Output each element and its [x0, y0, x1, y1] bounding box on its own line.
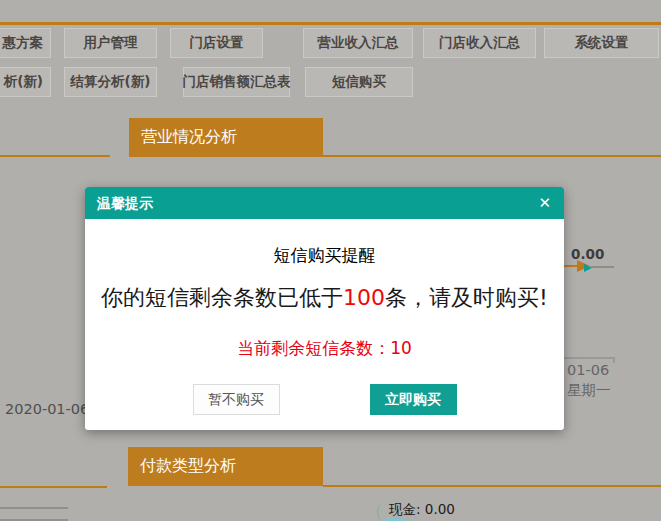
app-window: 惠方案 用户管理 门店设置 营业收入汇总 门店收入汇总 系统设置 析(新) 结算…: [0, 0, 661, 521]
top-divider: [0, 22, 661, 25]
nav-button-store-income-summary[interactable]: 门店收入汇总: [423, 28, 536, 58]
dialog-message: 你的短信剩余条数已低于100条，请及时购买!: [85, 283, 564, 313]
tab-payment-type-analysis[interactable]: 付款类型分析: [128, 447, 323, 486]
nav-button-store-sales-summary-table[interactable]: 门店销售额汇总表: [183, 67, 290, 97]
remaining-count-line: 当前剩余短信条数：10: [85, 337, 564, 360]
remaining-label: 当前剩余短信条数：: [237, 338, 390, 358]
payment-underline-left: [0, 486, 107, 489]
tab-underline-left: [0, 155, 110, 158]
axis-tick-right: [613, 357, 615, 363]
nav-button-revenue-summary[interactable]: 营业收入汇总: [303, 28, 413, 58]
dialog-button-row: 暂不购买 立即购买: [85, 384, 564, 415]
nav-button-store-settings[interactable]: 门店设置: [170, 28, 263, 58]
dialog-header: 温馨提示 ✕: [85, 187, 564, 219]
buy-now-button[interactable]: 立即购买: [370, 384, 457, 415]
axis-label-date: 01-06: [567, 362, 609, 378]
axis-label-weekday: 星期一: [567, 381, 611, 400]
dialog-title: 温馨提示: [97, 187, 153, 219]
legend-line-1: [0, 507, 68, 509]
nav-button-hui-fangan[interactable]: 惠方案: [0, 28, 51, 58]
not-now-button[interactable]: 暂不购买: [193, 384, 280, 415]
nav-button-user-management[interactable]: 用户管理: [64, 28, 157, 58]
message-threshold: 100: [343, 285, 385, 310]
dialog-heading: 短信购买提醒: [85, 244, 564, 267]
nav-button-analysis-new-cut[interactable]: 析(新): [0, 67, 51, 97]
tab-business-analysis[interactable]: 营业情况分析: [129, 118, 323, 157]
message-post: 条，请及时购买!: [385, 285, 548, 310]
chart-date-label: 2020-01-06: [5, 401, 89, 417]
remaining-value: 10: [390, 338, 412, 358]
payment-underline-right: [323, 485, 661, 488]
axis-line: [556, 357, 614, 359]
close-icon[interactable]: ✕: [538, 187, 551, 219]
nav-button-settlement-analysis-new[interactable]: 结算分析(新): [64, 67, 157, 97]
tab-underline-right: [323, 155, 661, 158]
nav-button-sms-purchase[interactable]: 短信购买: [305, 67, 413, 97]
chart-baseline: [590, 266, 614, 268]
nav-button-system-settings[interactable]: 系统设置: [544, 28, 659, 58]
sms-reminder-dialog: 温馨提示 ✕ 短信购买提醒 你的短信剩余条数已低于100条，请及时购买! 当前剩…: [85, 187, 564, 430]
pie-label-cash: 现金: 0.00: [389, 501, 455, 519]
message-pre: 你的短信剩余条数已低于: [101, 285, 343, 310]
legend-line-2: [0, 519, 68, 521]
